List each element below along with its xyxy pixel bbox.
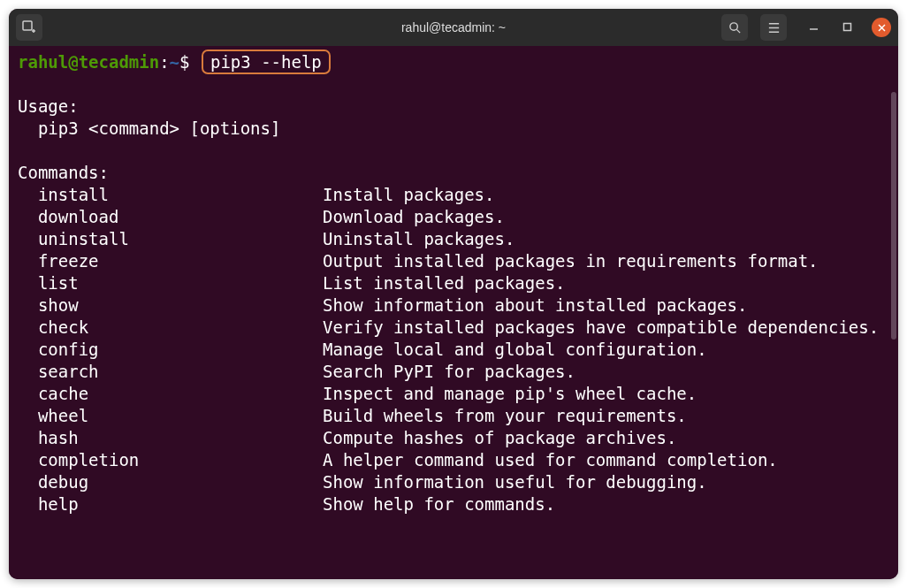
command-row: completionA helper command used for comm… bbox=[18, 449, 889, 471]
close-button[interactable] bbox=[872, 18, 891, 37]
command-name: cache bbox=[18, 383, 323, 405]
minimize-icon bbox=[809, 22, 819, 32]
prompt-dollar: $ bbox=[179, 52, 189, 72]
blank-line bbox=[18, 73, 889, 95]
menu-button[interactable] bbox=[760, 14, 787, 41]
usage-line: pip3 <command> [options] bbox=[18, 118, 889, 140]
command-description: Search PyPI for packages. bbox=[323, 361, 889, 383]
command-row: searchSearch PyPI for packages. bbox=[18, 361, 889, 383]
command-name: search bbox=[18, 361, 323, 383]
svg-point-3 bbox=[729, 22, 736, 29]
close-icon bbox=[877, 23, 887, 33]
command-row: installInstall packages. bbox=[18, 184, 889, 206]
new-tab-button[interactable] bbox=[16, 14, 42, 41]
command-description: Inspect and manage pip's wheel cache. bbox=[323, 383, 889, 405]
prompt-line: rahul@tecadmin:~$ pip3 --help bbox=[18, 51, 889, 73]
prompt-user-host: rahul@tecadmin bbox=[18, 52, 159, 72]
command-name: uninstall bbox=[18, 228, 323, 250]
command-description: List installed packages. bbox=[323, 272, 889, 294]
command-description: Manage local and global configuration. bbox=[323, 339, 889, 361]
command-row: uninstallUninstall packages. bbox=[18, 228, 889, 250]
command-row: downloadDownload packages. bbox=[18, 206, 889, 228]
command-row: helpShow help for commands. bbox=[18, 493, 889, 515]
maximize-button[interactable] bbox=[838, 18, 856, 35]
command-description: Build wheels from your requirements. bbox=[323, 405, 889, 427]
command-name: hash bbox=[18, 427, 323, 449]
prompt-colon: : bbox=[159, 52, 169, 72]
prompt-cwd: ~ bbox=[170, 52, 179, 72]
command-description: Compute hashes of package archives. bbox=[323, 427, 889, 449]
window-title: rahul@tecadmin: ~ bbox=[401, 20, 506, 34]
command-name: check bbox=[18, 317, 323, 339]
terminal-viewport[interactable]: rahul@tecadmin:~$ pip3 --help Usage: pip… bbox=[9, 46, 898, 579]
command-name: install bbox=[18, 184, 323, 206]
titlebar-left bbox=[16, 14, 42, 41]
maximize-icon bbox=[842, 22, 852, 32]
new-tab-icon bbox=[22, 20, 36, 34]
command-row: debugShow information useful for debuggi… bbox=[18, 471, 889, 493]
command-name: debug bbox=[18, 471, 323, 493]
command-description: Uninstall packages. bbox=[323, 228, 889, 250]
command-description: Output installed packages in requirement… bbox=[323, 250, 889, 272]
command-description: Verify installed packages have compatibl… bbox=[323, 317, 889, 339]
svg-rect-0 bbox=[23, 21, 32, 30]
command-row: freezeOutput installed packages in requi… bbox=[18, 250, 889, 272]
command-name: show bbox=[18, 294, 323, 317]
command-name: config bbox=[18, 339, 323, 361]
command-description: Show information about installed package… bbox=[323, 294, 889, 317]
commands-header: Commands: bbox=[18, 162, 889, 184]
command-description: Install packages. bbox=[323, 184, 889, 206]
command-row: listList installed packages. bbox=[18, 272, 889, 294]
search-button[interactable] bbox=[721, 14, 748, 41]
command-row: wheelBuild wheels from your requirements… bbox=[18, 405, 889, 427]
svg-line-4 bbox=[736, 29, 740, 33]
command-row: checkVerify installed packages have comp… bbox=[18, 317, 889, 339]
command-description: A helper command used for command comple… bbox=[323, 449, 889, 471]
command-name: list bbox=[18, 272, 323, 294]
command-row: showShow information about installed pac… bbox=[18, 294, 889, 317]
hamburger-icon bbox=[767, 21, 781, 34]
command-highlight: pip3 --help bbox=[202, 50, 331, 74]
commands-list: installInstall packages.downloadDownload… bbox=[18, 184, 889, 515]
window-controls bbox=[804, 18, 891, 37]
minimize-button[interactable] bbox=[804, 18, 822, 35]
blank-line bbox=[18, 140, 889, 162]
command-name: completion bbox=[18, 449, 323, 471]
scrollbar-thumb[interactable] bbox=[891, 92, 896, 340]
svg-rect-9 bbox=[843, 23, 850, 30]
command-description: Download packages. bbox=[323, 206, 889, 228]
command-name: wheel bbox=[18, 405, 323, 427]
titlebar: rahul@tecadmin: ~ bbox=[9, 9, 898, 46]
command-row: configManage local and global configurat… bbox=[18, 339, 889, 361]
command-name: download bbox=[18, 206, 323, 228]
usage-header: Usage: bbox=[18, 95, 889, 118]
command-description: Show help for commands. bbox=[323, 493, 889, 515]
command-name: help bbox=[18, 493, 323, 515]
titlebar-right bbox=[721, 14, 891, 41]
command-name: freeze bbox=[18, 250, 323, 272]
command-description: Show information useful for debugging. bbox=[323, 471, 889, 493]
terminal-window: rahul@tecadmin: ~ bbox=[9, 9, 898, 579]
command-row: hashCompute hashes of package archives. bbox=[18, 427, 889, 449]
command-row: cacheInspect and manage pip's wheel cach… bbox=[18, 383, 889, 405]
search-icon bbox=[728, 21, 742, 34]
